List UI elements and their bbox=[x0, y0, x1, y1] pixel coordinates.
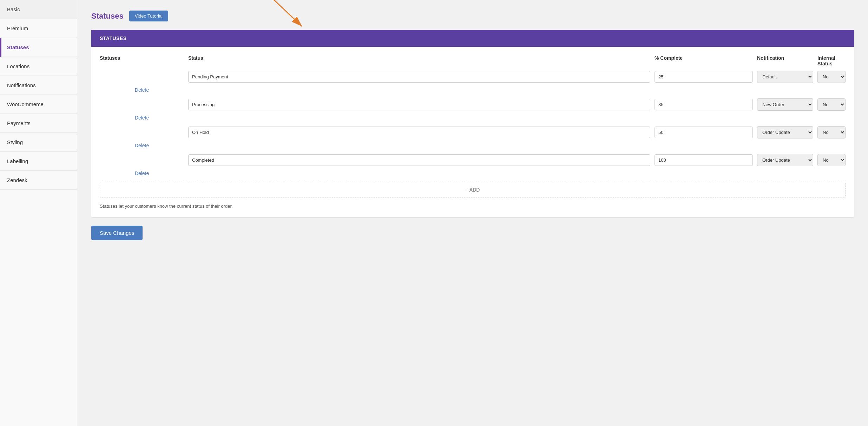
statuses-card: STATUSES Statuses Status % Complete Noti… bbox=[91, 30, 854, 217]
sidebar-item-locations[interactable]: Locations bbox=[0, 57, 77, 76]
percent-input-4[interactable] bbox=[655, 154, 753, 166]
delete-button-4[interactable]: Delete bbox=[100, 170, 184, 176]
status-row: Default New Order Order Update None No Y… bbox=[100, 71, 846, 93]
notification-select-2[interactable]: Default New Order Order Update None bbox=[757, 98, 813, 111]
percent-input-2[interactable] bbox=[655, 99, 753, 110]
col-header-statuses: Statuses bbox=[100, 55, 184, 66]
sidebar-item-statuses[interactable]: Statuses bbox=[0, 38, 77, 57]
internal-status-select-4[interactable]: No Yes bbox=[817, 154, 846, 166]
main-content: Statuses Video Tutorial STATUSES Statuse… bbox=[77, 0, 868, 426]
sidebar-item-payments[interactable]: Payments bbox=[0, 114, 77, 133]
status-row: Default New Order Order Update None No Y… bbox=[100, 126, 846, 148]
sidebar-item-notifications[interactable]: Notifications bbox=[0, 76, 77, 95]
save-changes-button[interactable]: Save Changes bbox=[91, 226, 143, 240]
notification-select-4[interactable]: Default New Order Order Update None bbox=[757, 154, 813, 166]
add-row-button[interactable]: + ADD bbox=[100, 182, 846, 198]
help-text: Statuses let your customers know the cur… bbox=[100, 204, 846, 209]
sidebar-item-labelling[interactable]: Labelling bbox=[0, 152, 77, 171]
delete-button-2[interactable]: Delete bbox=[100, 115, 184, 121]
sidebar-item-zendesk[interactable]: Zendesk bbox=[0, 171, 77, 190]
percent-input-3[interactable] bbox=[655, 127, 753, 138]
delete-button-1[interactable]: Delete bbox=[100, 87, 184, 93]
sidebar-item-styling[interactable]: Styling bbox=[0, 133, 77, 152]
status-row: Default New Order Order Update None No Y… bbox=[100, 154, 846, 176]
col-header-percent: % Complete bbox=[655, 55, 753, 66]
col-header-notification: Notification bbox=[757, 55, 813, 66]
percent-input-1[interactable] bbox=[655, 71, 753, 83]
col-header-status: Status bbox=[188, 55, 650, 66]
sidebar-item-woocommerce[interactable]: WooCommerce bbox=[0, 95, 77, 114]
card-body: Statuses Status % Complete Notification … bbox=[91, 47, 854, 217]
card-header: STATUSES bbox=[91, 30, 854, 47]
sidebar-item-basic[interactable]: Basic bbox=[0, 0, 77, 19]
internal-status-select-1[interactable]: No Yes bbox=[817, 71, 846, 83]
status-name-input-3[interactable] bbox=[188, 127, 650, 138]
internal-status-select-2[interactable]: No Yes bbox=[817, 98, 846, 111]
notification-select-1[interactable]: Default New Order Order Update None bbox=[757, 71, 813, 83]
table-headers: Statuses Status % Complete Notification … bbox=[100, 55, 846, 71]
sidebar-item-premium[interactable]: Premium bbox=[0, 19, 77, 38]
notification-select-3[interactable]: Default New Order Order Update None bbox=[757, 126, 813, 138]
video-tutorial-button[interactable]: Video Tutorial bbox=[129, 11, 168, 21]
status-name-input-1[interactable] bbox=[188, 71, 650, 83]
page-title: Statuses bbox=[91, 12, 124, 21]
internal-status-select-3[interactable]: No Yes bbox=[817, 126, 846, 138]
col-header-internal-status: Internal Status bbox=[817, 55, 846, 66]
status-name-input-4[interactable] bbox=[188, 154, 650, 166]
page-header: Statuses Video Tutorial bbox=[91, 11, 854, 21]
sidebar: Basic Premium Statuses Locations Notific… bbox=[0, 0, 77, 426]
status-name-input-2[interactable] bbox=[188, 99, 650, 110]
status-row: Default New Order Order Update None No Y… bbox=[100, 98, 846, 121]
delete-button-3[interactable]: Delete bbox=[100, 143, 184, 148]
